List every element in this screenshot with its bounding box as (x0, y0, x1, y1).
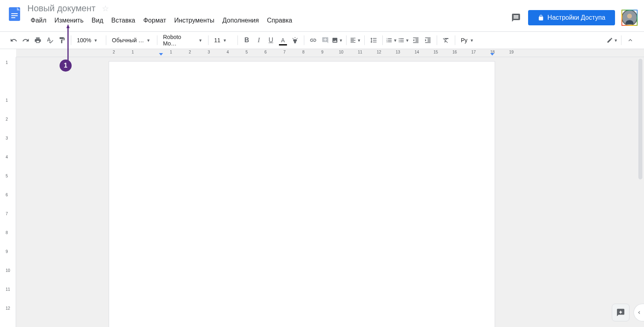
user-avatar[interactable] (621, 10, 638, 26)
vertical-scrollbar[interactable] (638, 59, 642, 179)
highlight-button[interactable] (289, 35, 301, 46)
menu-help[interactable]: Справка (264, 15, 295, 26)
italic-button[interactable]: I (253, 35, 264, 46)
spellcheck-button[interactable] (44, 35, 56, 46)
input-tools-button[interactable]: Ру▼ (458, 35, 479, 45)
align-button[interactable]: ▼ (350, 35, 361, 46)
menu-tools[interactable]: Инструменты (171, 15, 218, 26)
horizontal-ruler[interactable]: 2 1 1 2 3 4 5 6 7 8 9 10 11 12 13 14 15 … (16, 49, 644, 57)
menu-format[interactable]: Формат (140, 15, 169, 26)
menu-edit[interactable]: Изменить (51, 15, 87, 26)
indent-right-marker[interactable] (490, 53, 494, 56)
insert-comment-button[interactable] (320, 35, 331, 46)
menubar: Файл Изменить Вид Вставка Формат Инструм… (27, 15, 510, 26)
comments-button[interactable] (510, 12, 522, 23)
fontsize-dropdown[interactable]: 11▼ (212, 35, 234, 45)
menu-file[interactable]: Файл (27, 15, 50, 26)
docs-app-icon[interactable] (6, 6, 23, 22)
undo-button[interactable] (8, 35, 19, 46)
menu-view[interactable]: Вид (89, 15, 107, 26)
decrease-indent-button[interactable] (410, 35, 421, 46)
font-dropdown[interactable]: Roboto Mo…▼ (161, 32, 205, 48)
zoom-dropdown[interactable]: 100%▼ (74, 35, 103, 45)
document-canvas[interactable] (16, 57, 644, 327)
menu-insert[interactable]: Вставка (108, 15, 138, 26)
underline-button[interactable]: U (265, 35, 277, 46)
document-title[interactable]: Новый документ (27, 3, 95, 14)
toolbar: 100%▼ Обычный …▼ Roboto Mo…▼ 11▼ B I U A… (0, 31, 644, 49)
clear-formatting-button[interactable] (440, 35, 452, 46)
redo-button[interactable] (20, 35, 31, 46)
line-spacing-button[interactable] (368, 35, 379, 46)
paragraph-style-dropdown[interactable]: Обычный …▼ (109, 35, 154, 45)
share-button[interactable]: Настройки Доступа (528, 10, 615, 25)
explore-button[interactable] (612, 304, 630, 321)
vertical-ruler[interactable]: 1 1 2 3 4 5 6 7 8 9 10 11 12 (0, 57, 16, 327)
insert-link-button[interactable] (308, 35, 319, 46)
text-color-button[interactable]: A (277, 35, 289, 46)
bulleted-list-button[interactable]: ▼ (398, 35, 409, 46)
indent-left-marker[interactable] (159, 53, 163, 56)
editing-mode-button[interactable]: ▼ (607, 35, 618, 46)
svg-rect-3 (11, 17, 15, 18)
collapse-toolbar-button[interactable] (625, 35, 636, 46)
star-icon[interactable]: ☆ (102, 4, 109, 13)
menu-addons[interactable]: Дополнения (219, 15, 262, 26)
document-page[interactable] (109, 61, 495, 327)
share-button-label: Настройки Доступа (547, 14, 605, 21)
svg-rect-1 (11, 13, 18, 14)
numbered-list-button[interactable]: ▼ (386, 35, 397, 46)
print-button[interactable] (32, 35, 43, 46)
svg-rect-2 (11, 15, 18, 16)
paint-format-button[interactable] (56, 35, 68, 46)
insert-image-button[interactable]: ▼ (332, 35, 343, 46)
bold-button[interactable]: B (241, 35, 252, 46)
increase-indent-button[interactable] (422, 35, 433, 46)
